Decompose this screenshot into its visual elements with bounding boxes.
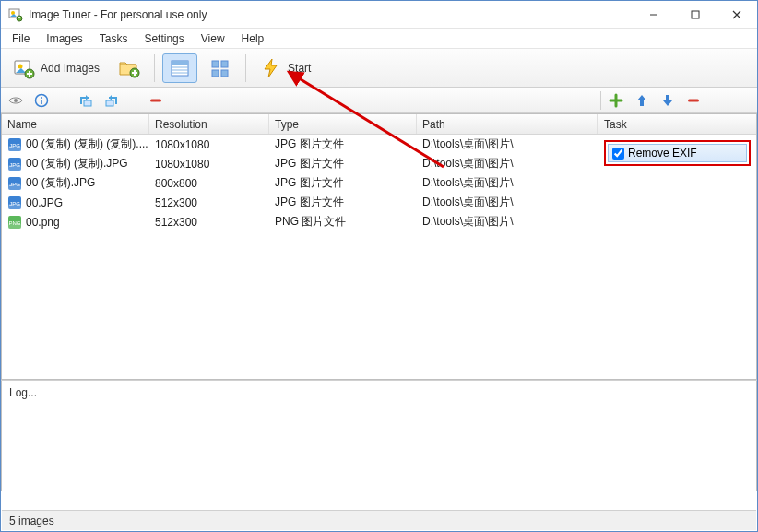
svg-rect-19 (106, 100, 113, 106)
preview-button[interactable] (6, 91, 25, 110)
file-row[interactable]: PNG00.png512x300PNG 图片文件D:\tools\桌面\图片\ (2, 212, 598, 231)
svg-rect-13 (221, 70, 228, 77)
svg-rect-11 (221, 61, 228, 67)
secondary-toolbar (1, 88, 757, 113)
menu-tasks[interactable]: Tasks (92, 30, 136, 47)
add-task-button[interactable] (607, 91, 625, 110)
rotate-right-button[interactable] (102, 91, 121, 110)
svg-rect-12 (212, 70, 219, 77)
file-type-icon: JPG (7, 137, 22, 152)
column-path[interactable]: Path (417, 114, 598, 134)
add-images-button[interactable]: Add Images (6, 53, 106, 83)
file-resolution: 1080x1080 (149, 158, 269, 171)
file-path: D:\tools\桌面\图片\ (417, 156, 598, 171)
file-name: 00 (复制) (复制) (复制).... (26, 136, 148, 152)
file-row[interactable]: JPG00 (复制) (复制).JPG1080x1080JPG 图片文件D:\t… (2, 154, 598, 173)
file-type: JPG 图片文件 (269, 136, 417, 152)
file-type: JPG 图片文件 (269, 175, 417, 191)
menubar: File Images Tasks Settings View Help (1, 29, 757, 49)
app-icon (8, 7, 23, 22)
rotate-right-icon (104, 93, 119, 108)
file-name: 00 (复制) (复制).JPG (26, 156, 128, 171)
add-images-icon (13, 57, 35, 79)
file-type: PNG 图片文件 (269, 214, 417, 230)
add-folder-button[interactable] (112, 53, 147, 83)
svg-rect-3 (692, 11, 699, 18)
file-type: JPG 图片文件 (269, 156, 417, 171)
task-label: Remove EXIF (628, 147, 697, 160)
file-resolution: 1080x1080 (149, 138, 269, 151)
file-path: D:\tools\桌面\图片\ (417, 195, 598, 210)
file-name: 00.png (26, 216, 60, 229)
task-checkbox[interactable] (612, 148, 624, 160)
file-type-icon: JPG (7, 176, 22, 191)
menu-file[interactable]: File (5, 30, 37, 47)
minus-icon (148, 93, 163, 108)
svg-text:JPG: JPG (9, 201, 20, 207)
maximize-button[interactable] (674, 1, 716, 28)
remove-task-button[interactable] (684, 91, 703, 110)
rotate-left-button[interactable] (77, 91, 95, 110)
menu-help[interactable]: Help (234, 30, 272, 47)
task-move-up-button[interactable] (633, 91, 651, 110)
main-toolbar: Add Images (1, 49, 757, 88)
log-text: Log... (9, 386, 37, 399)
file-type-icon: JPG (7, 157, 22, 171)
menu-settings[interactable]: Settings (136, 30, 191, 47)
start-button[interactable]: Start (254, 53, 317, 83)
file-path: D:\tools\桌面\图片\ (417, 175, 598, 191)
task-header: Task (598, 114, 756, 135)
svg-text:JPG: JPG (9, 182, 20, 187)
svg-text:JPG: JPG (9, 162, 20, 168)
remove-image-button[interactable] (147, 91, 165, 110)
file-row[interactable]: JPG00.JPG512x300JPG 图片文件D:\tools\桌面\图片\ (2, 193, 598, 212)
toolbar-separator (245, 54, 246, 82)
window-title: Image Tuner - For personal use only (29, 8, 633, 21)
file-row[interactable]: JPG00 (复制).JPG800x800JPG 图片文件D:\tools\桌面… (2, 173, 598, 193)
file-type-icon: PNG (7, 215, 22, 230)
info-icon (34, 93, 49, 108)
arrow-up-icon (634, 93, 649, 108)
column-name[interactable]: Name (2, 114, 149, 134)
info-button[interactable] (32, 91, 51, 110)
svg-point-16 (41, 97, 42, 99)
folder-add-icon (118, 57, 140, 79)
svg-rect-20 (150, 99, 161, 101)
file-list-pane: Name Resolution Type Path JPG00 (复制) (复制… (1, 113, 598, 380)
file-resolution: 512x300 (149, 196, 269, 209)
add-images-label: Add Images (41, 62, 100, 75)
svg-rect-18 (84, 100, 91, 106)
file-rows: JPG00 (复制) (复制) (复制)....1080x1080JPG 图片文… (2, 135, 598, 231)
rotate-left-icon (78, 93, 93, 108)
file-row[interactable]: JPG00 (复制) (复制) (复制)....1080x1080JPG 图片文… (2, 135, 598, 154)
svg-rect-10 (212, 61, 219, 67)
task-pane: Task Remove EXIF (598, 113, 757, 380)
task-item-remove-exif[interactable]: Remove EXIF (608, 144, 747, 162)
content-area: Name Resolution Type Path JPG00 (复制) (复制… (1, 113, 757, 381)
file-path: D:\tools\桌面\图片\ (417, 214, 598, 230)
column-resolution[interactable]: Resolution (149, 114, 269, 134)
plus-icon (609, 93, 623, 108)
file-list-header: Name Resolution Type Path (2, 114, 598, 135)
svg-rect-9 (172, 61, 188, 65)
svg-point-14 (14, 99, 18, 102)
minimize-button[interactable] (633, 1, 674, 28)
task-move-down-button[interactable] (658, 91, 677, 110)
file-name: 00.JPG (26, 196, 63, 209)
svg-point-5 (18, 64, 23, 68)
column-type[interactable]: Type (269, 114, 417, 134)
svg-text:JPG: JPG (9, 143, 20, 148)
image-tools-group (1, 91, 600, 110)
file-resolution: 512x300 (149, 216, 269, 229)
menu-view[interactable]: View (194, 30, 232, 47)
view-list-button[interactable] (162, 53, 197, 83)
menu-images[interactable]: Images (39, 30, 89, 47)
view-thumbnails-button[interactable] (203, 53, 238, 83)
task-tools-group (600, 91, 757, 110)
start-label: Start (288, 62, 311, 75)
close-button[interactable] (716, 1, 757, 28)
svg-point-2 (17, 16, 22, 21)
thumbnail-view-icon (209, 57, 231, 79)
file-path: D:\tools\桌面\图片\ (417, 136, 598, 152)
file-type-icon: JPG (7, 195, 22, 210)
